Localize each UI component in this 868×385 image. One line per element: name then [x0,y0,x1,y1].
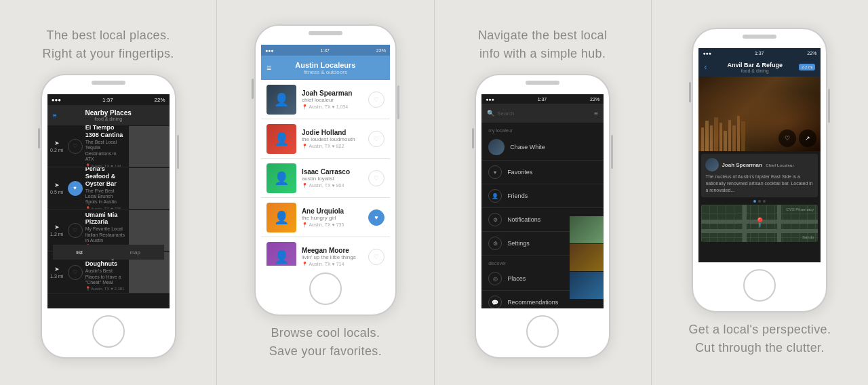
phone-2-frame: ●●● 1:37 22% ≡ Austin Localeurs fitness … [254,24,397,316]
heart-button[interactable]: ♡ [368,170,384,186]
localeur-item[interactable]: 👤 Isaac Carrasco austin loyalist 📍 Austi… [261,159,390,198]
place-item[interactable]: ➤ 0.5 mi ♥ Perla's Seafood & Oyster Bar … [47,167,170,209]
austin-localeurs-subtitle: fitness & outdoors [295,69,355,75]
q2-tagline-line2: Save your favorites. [269,344,382,358]
favorite-btn[interactable]: ♡ [68,139,83,154]
detail-header: ‹ Anvil Bar & Refuge food & dining 2.2 m… [698,58,821,77]
localeur-avatar: 👤 [267,163,296,193]
share-action-btn[interactable]: ↗ [799,129,816,147]
hamburger-icon[interactable]: ≡ [594,110,598,117]
phone-3-wrapper: ●●● 1:37 22% 🔍 Search ≡ my localeur Chas… [475,74,610,359]
q1-tagline: The best local places. Right at your fin… [43,26,174,63]
heart-button[interactable]: ♡ [368,249,384,265]
phone-2-status-bar: ●●● 1:37 22% [261,45,390,56]
search-placeholder[interactable]: Search [497,110,591,117]
q3-tagline-line1: Navigate the best local [478,28,607,42]
phone-1-screen: ●●● 1:37 22% ≡ Nearby Places food & dini… [47,94,170,308]
heart-button[interactable]: ♥ [368,209,384,226]
place-category: food & dining [711,68,799,73]
heart-button[interactable]: ♡ [368,131,384,147]
place-name: Anvil Bar & Refuge [711,62,799,68]
heart-button[interactable]: ♡ [368,92,384,108]
localeur-avatar: 👤 [267,124,296,154]
phone-4-wrapper: ●●● 1:37 22% ‹ Anvil Bar & Refuge food &… [692,28,827,312]
q2-tagline: Browse cool locals. Save your favorites. [269,324,382,361]
phone-4-screen: ●●● 1:37 22% ‹ Anvil Bar & Refuge food &… [698,48,821,262]
place-item[interactable]: ➤ 0.2 mi ♡ El Tiempo 1308 Cantina The Be… [47,125,170,167]
hamburger-icon[interactable]: ≡ [267,63,271,73]
map-road-v2 [777,205,781,242]
carousel-dots [698,200,821,203]
action-buttons: ♡ ↗ [778,129,816,147]
review-text: The nucleus of Austin's hipster East Sid… [705,174,814,193]
reviewer-role: Chief Localeur [766,163,794,167]
q4-tagline: Get a local's perspective. Cut through t… [688,321,831,357]
map-section[interactable]: 📍 CVS Pharmacy Sando [701,205,818,242]
distance-badge: 2.2 mi [799,64,815,70]
quadrant-4: ●●● 1:37 22% ‹ Anvil Bar & Refuge food &… [652,0,868,385]
phone-1-status-bar: ●●● 1:37 22% [47,94,170,105]
map-label-2: Sando [802,235,814,239]
favorite-btn[interactable]: ♥ [68,181,83,196]
localeur-item[interactable]: 👤 Joah Spearman chief localeur 📍 Austin,… [261,80,390,119]
menu-item-friends[interactable]: 👤 Friends [481,184,604,208]
nearby-places-title: Nearby Places [85,109,131,117]
q1-tagline-line2: Right at your fingertips. [43,47,174,60]
quadrant-1: The best local places. Right at your fin… [0,0,216,385]
q3-tagline: Navigate the best local info with a simp… [478,26,607,63]
search-bar: 🔍 Search ≡ [481,104,604,123]
localeur-item[interactable]: 👤 Jodie Holland the loudest loudmouth 📍 … [261,119,390,159]
map-label-1: CVS Pharmacy [786,207,814,211]
tab-map[interactable]: map [130,249,140,256]
phone-2-app-header: ≡ Austin Localeurs fitness & outdoors [261,56,390,80]
hamburger-icon[interactable]: ≡ [53,112,57,119]
localeur-avatar: 👤 [267,242,296,266]
user-avatar [488,139,505,155]
quadrant-3: Navigate the best local info with a simp… [435,0,651,385]
review-card: Joah Spearman Chief Localeur The nucleus… [701,154,818,197]
phone-4-status-bar: ●●● 1:37 22% [698,48,821,58]
user-menu-item[interactable]: Chase White [481,134,604,161]
phone-4-frame: ●●● 1:37 22% ‹ Anvil Bar & Refuge food &… [692,28,827,312]
settings-icon: ⚙ [488,237,502,250]
notifications-icon: ⚙ [488,213,502,226]
favorite-btn[interactable]: ♡ [68,223,83,238]
my-localeur-label: my localeur [481,125,604,134]
phone-1-wrapper: ●●● 1:37 22% ≡ Nearby Places food & dini… [41,74,176,359]
back-icon[interactable]: ‹ [704,62,707,72]
side-image [570,216,604,243]
reviewer-avatar [705,158,719,171]
phone-3-status-bar: ●●● 1:37 22% [481,94,604,104]
heart-icon: ♥ [488,165,502,179]
favorite-btn[interactable]: ♡ [68,265,83,280]
bottom-tab-bar: list map [53,245,164,260]
nearby-places-subtitle: food & dining [85,117,131,121]
phone-2-wrapper: ●●● 1:37 22% ≡ Austin Localeurs fitness … [254,24,397,316]
quadrant-2: ●●● 1:37 22% ≡ Austin Localeurs fitness … [217,0,433,385]
localeur-item[interactable]: 👤 Meegan Moore livin' up the little thin… [261,237,390,266]
navigation-icon: ➤ [54,182,60,188]
place-list: ➤ 0.2 mi ♡ El Tiempo 1308 Cantina The Be… [47,125,170,293]
dot-2 [758,200,761,203]
search-icon: 🔍 [487,110,494,117]
heart-action-btn[interactable]: ♡ [778,129,796,147]
dot-3 [763,200,766,203]
phone-2-screen: ●●● 1:37 22% ≡ Austin Localeurs fitness … [261,45,390,266]
recommendations-icon: 💬 [488,296,502,308]
tab-list[interactable]: list [76,249,83,256]
menu-item-favorites[interactable]: ♥ Favorites [481,161,604,184]
place-image [129,168,170,209]
places-icon: ◎ [488,272,502,285]
phone-1-app-header: ≡ Nearby Places food & dining [47,105,170,125]
navigation-icon: ➤ [54,140,60,146]
localeur-item[interactable]: 👤 Ane Urquiola the hungry girl 📍 Austin,… [261,198,390,237]
place-hero-image: ♡ ↗ [698,77,821,151]
navigation-icon: ➤ [54,266,60,272]
phone-3-frame: ●●● 1:37 22% 🔍 Search ≡ my localeur Chas… [475,74,610,359]
phone-3-screen: ●●● 1:37 22% 🔍 Search ≡ my localeur Chas… [481,94,604,308]
side-restaurant-images [570,216,604,299]
friends-icon: 👤 [488,189,502,203]
user-name: Chase White [510,144,597,150]
reviewer-name: Joah Spearman [722,162,762,168]
localeur-avatar: 👤 [267,85,296,115]
